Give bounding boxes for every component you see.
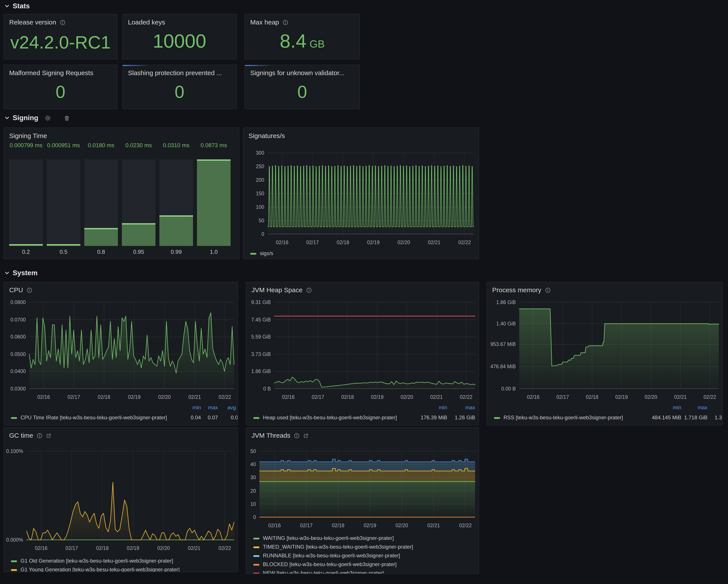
y-axis-label: 0.0300 — [3, 386, 26, 392]
y-axis-label: 250 — [243, 163, 264, 170]
gauge-value: 0.0230 ms — [119, 142, 158, 149]
gear-icon[interactable] — [45, 115, 51, 122]
legend-stat-value: 0.07 — [208, 414, 218, 421]
legend-stat-value: 1.26 GiB — [455, 414, 475, 421]
x-axis-label: 02/17 — [304, 394, 332, 400]
trash-icon[interactable] — [64, 115, 70, 122]
panel-title: Max heap — [250, 18, 279, 26]
legend-label: BLOCKED [teku-w3s-besu-teku-goerli-web3s… — [263, 561, 396, 568]
legend-stat-header[interactable]: max — [208, 404, 218, 411]
legend-item[interactable]: sigs/s — [250, 250, 273, 257]
x-axis-label: 02/19 — [607, 394, 635, 400]
y-axis-label: 0.0600 — [3, 334, 26, 340]
legend-stat-header[interactable]: max — [465, 404, 475, 411]
panel-jvm-heap: JVM Heap Space 0 B1.86 GiB3.73 GiB5.59 G… — [246, 282, 479, 426]
y-axis-label: 1.86 GiB — [246, 369, 271, 375]
stat-value: 0 — [6, 82, 114, 102]
legend-item[interactable]: G1 Young Generation [teku-w3s-besu-teku-… — [11, 566, 180, 572]
info-icon[interactable] — [60, 20, 65, 25]
gc-time-chart[interactable]: 0.000%0.100%02/1602/1702/1802/1902/2002/… — [4, 428, 238, 572]
stat-value: 0 — [248, 82, 357, 102]
gauge-fill-cap — [9, 244, 43, 246]
chevron-down-icon — [4, 115, 9, 121]
legend-stat-header[interactable]: min — [439, 404, 447, 411]
y-axis-label: 20 — [246, 488, 256, 494]
x-axis-label: 02/19 — [359, 239, 387, 246]
legend-stat-header[interactable]: avg — [227, 404, 236, 411]
info-icon[interactable] — [283, 20, 288, 25]
panel-slashing-prevented: Slashing protection prevented ... 0 — [122, 65, 237, 109]
legend-stat-header[interactable]: min — [673, 404, 681, 411]
section-header-system[interactable]: System — [4, 269, 37, 277]
legend-item[interactable]: G1 Old Generation [teku-w3s-besu-teku-go… — [11, 558, 173, 564]
x-axis-label: 02/18 — [88, 545, 116, 551]
y-axis-label: 0.100% — [3, 448, 23, 454]
gauge-fill — [84, 228, 118, 246]
x-axis-label: 02/19 — [363, 394, 391, 400]
legend-item[interactable]: RUNNABLE [teku-w3s-besu-teku-goerli-web3… — [253, 553, 400, 559]
signatures-chart[interactable]: 05010015020025030002/1602/1702/1802/1902… — [243, 128, 479, 259]
y-axis-label: 0 B — [246, 386, 271, 392]
info-icon[interactable] — [26, 287, 32, 293]
legend-item[interactable]: TIMED_WAITING [teku-w3s-besu-teku-goerli… — [253, 544, 413, 550]
gauge-value: 0.000951 ms — [44, 142, 83, 149]
x-axis-label: 02/21 — [420, 239, 448, 246]
legend-item[interactable]: RSS [teku-w3s-besu-teku-goerli-web3signe… — [494, 414, 623, 421]
x-axis-label: 02/22 — [211, 394, 238, 400]
stat-value: 8.4GB — [248, 30, 357, 55]
gauge-bar[interactable] — [84, 159, 118, 246]
legend-item[interactable]: WAITING [teku-w3s-besu-teku-goerli-web3s… — [253, 535, 394, 542]
legend-item[interactable]: Heap used [teku-w3s-besu-teku-goerli-web… — [253, 414, 397, 421]
jvm-heap-chart[interactable]: 0 B1.86 GiB3.73 GiB5.59 GiB7.45 GiB9.31 … — [246, 282, 479, 425]
gauge-bar[interactable] — [122, 159, 155, 246]
info-icon[interactable] — [294, 433, 300, 438]
x-axis-label: 02/17 — [298, 239, 327, 246]
section-title: Stats — [13, 2, 30, 10]
legend-swatch — [11, 417, 17, 419]
info-icon[interactable] — [37, 433, 42, 438]
x-axis-label: 02/21 — [420, 523, 448, 529]
panel-title: JVM Threads — [252, 432, 290, 439]
legend-item[interactable]: BLOCKED [teku-w3s-besu-teku-goerli-web3s… — [253, 561, 396, 568]
cpu-chart[interactable]: 0.03000.04000.05000.06000.07000.080002/1… — [4, 282, 238, 425]
legend-stat-value: 484.145 MiB — [652, 414, 681, 421]
legend-label: NEW [teku-w3s-besu-teku-goerli-web3signe… — [263, 570, 384, 574]
process-memory-chart[interactable]: 0.00 B476.84 MiB953.67 MiB1.40 GiB1.86 G… — [487, 282, 722, 425]
gauge-bar[interactable] — [159, 159, 193, 246]
legend-label: TIMED_WAITING [teku-w3s-besu-teku-goerli… — [263, 544, 413, 550]
x-axis-label: 02/17 — [292, 523, 320, 529]
panel-title: Signatures/s — [249, 132, 285, 140]
panel-unknown-validator: Signings for unknown validator... 0 — [244, 65, 360, 109]
section-header-signing[interactable]: Signing — [4, 114, 38, 122]
panel-jvm-threads: JVM Threads 0102030405002/1602/1702/1802… — [246, 427, 479, 574]
external-link-icon[interactable] — [303, 433, 309, 438]
gauge-fill — [159, 215, 193, 246]
y-axis-label: 30 — [246, 475, 256, 481]
x-axis-label: 02/16 — [274, 394, 302, 400]
gauge-category-label: 0.99 — [157, 249, 196, 256]
legend-stat-header[interactable]: min — [192, 404, 201, 411]
x-axis-label: 02/16 — [519, 394, 547, 400]
gauge-fill-cap — [47, 244, 80, 246]
gauge-bar[interactable] — [47, 159, 80, 246]
info-icon[interactable] — [545, 287, 550, 293]
jvm-threads-chart[interactable]: 0102030405002/1602/1702/1802/1902/2002/2… — [246, 428, 479, 574]
legend-item[interactable]: CPU Time IRate [teku-w3s-besu-teku-goerl… — [11, 414, 167, 421]
legend-item[interactable]: NEW [teku-w3s-besu-teku-goerli-web3signe… — [253, 570, 384, 574]
gauge-bar[interactable] — [197, 159, 231, 246]
chevron-down-icon — [4, 270, 9, 276]
signing-time-gauge[interactable]: 0.000799 ms0.20.000951 ms0.50.0180 ms0.8… — [4, 128, 239, 259]
x-axis-label: 02/20 — [388, 523, 416, 529]
panel-title: Signing Time — [9, 132, 47, 140]
external-link-icon[interactable] — [46, 433, 52, 438]
panel-title: CPU — [9, 286, 23, 294]
legend-label: RSS [teku-w3s-besu-teku-goerli-web3signe… — [503, 414, 623, 421]
gauge-bar[interactable] — [9, 159, 43, 246]
section-header-stats[interactable]: Stats — [4, 2, 30, 10]
gauge-category-label: 0.95 — [119, 249, 158, 256]
info-icon[interactable] — [306, 287, 312, 293]
legend-stat-header[interactable]: max — [698, 404, 707, 411]
section-title: Signing — [13, 114, 38, 122]
legend-label: G1 Old Generation [teku-w3s-besu-teku-go… — [21, 558, 173, 564]
loading-indicator — [123, 65, 150, 66]
